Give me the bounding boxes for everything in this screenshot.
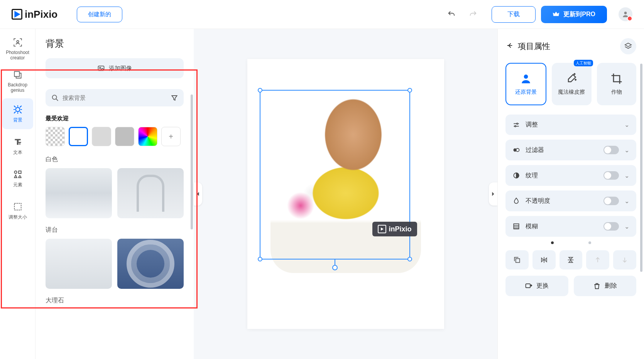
- search-background[interactable]: [46, 89, 184, 106]
- accordion-filter[interactable]: 过滤器 ⌄: [505, 140, 636, 160]
- accordion-texture[interactable]: 纹理 ⌄: [505, 165, 636, 186]
- swatch-white[interactable]: [69, 127, 88, 146]
- background-icon: [13, 104, 23, 115]
- user-icon: [622, 10, 629, 18]
- collapse-left-button[interactable]: [194, 182, 202, 206]
- svg-point-2: [17, 40, 19, 42]
- blur-toggle[interactable]: [603, 222, 619, 231]
- category-podium: 讲台: [46, 226, 184, 234]
- collapse-right-button[interactable]: [489, 182, 497, 206]
- bg-thumb-podium-2[interactable]: [117, 239, 184, 289]
- accordion-adjust[interactable]: 调整 ⌄: [505, 115, 636, 135]
- bg-thumb-podium-1[interactable]: [46, 239, 112, 289]
- svg-point-8: [100, 67, 101, 69]
- svg-rect-7: [98, 66, 104, 71]
- add-image-button[interactable]: 添加图像: [46, 58, 184, 78]
- handle-bottom-right[interactable]: [407, 257, 412, 261]
- category-white: 白色: [46, 155, 184, 163]
- swatch-colorpicker[interactable]: [138, 127, 157, 146]
- flip-vertical-button[interactable]: [559, 250, 583, 270]
- copy-icon: [513, 256, 521, 264]
- action-restore-background[interactable]: 还原背景: [505, 63, 546, 105]
- chevron-down-icon: ⌄: [624, 172, 629, 179]
- svg-point-11: [524, 74, 528, 79]
- handle-bottom-left[interactable]: [258, 257, 262, 261]
- app-name: inPixio: [25, 8, 57, 20]
- tool-photoshoot-creator[interactable]: Photoshoot creator: [2, 34, 33, 64]
- filter-toggle[interactable]: [603, 146, 619, 154]
- canvas-page[interactable]: inPixio: [247, 59, 444, 329]
- opacity-toggle[interactable]: [603, 197, 619, 205]
- svg-marker-10: [381, 228, 384, 231]
- tool-resize[interactable]: 调整大小: [2, 196, 33, 226]
- action-crop[interactable]: 作物: [597, 63, 636, 105]
- chevron-right-icon: [491, 191, 495, 197]
- svg-marker-0: [14, 11, 20, 18]
- logo-icon: [12, 9, 22, 20]
- bring-forward-button[interactable]: [586, 250, 609, 270]
- crown-icon: [553, 11, 559, 18]
- focus-person-icon: [13, 37, 23, 47]
- swatch-transparent[interactable]: [46, 127, 65, 146]
- handle-top-left[interactable]: [258, 88, 262, 93]
- sliders-icon: [512, 121, 520, 129]
- search-input[interactable]: [59, 93, 171, 103]
- layers-icon: [624, 42, 632, 51]
- swatch-gray[interactable]: [115, 127, 134, 146]
- panel-title: 背景: [46, 37, 184, 50]
- svg-rect-19: [526, 284, 531, 288]
- svg-point-12: [517, 123, 518, 124]
- chevron-down-icon: ⌄: [624, 147, 629, 154]
- arrow-up-icon: [594, 256, 601, 263]
- user-avatar[interactable]: [619, 7, 632, 21]
- arrow-left-icon: [505, 41, 514, 50]
- replace-button[interactable]: 更换: [505, 276, 568, 296]
- texture-toggle[interactable]: [603, 171, 619, 180]
- chevron-left-icon: [196, 191, 200, 197]
- undo-button[interactable]: [444, 7, 459, 22]
- bg-thumb-white-1[interactable]: [46, 168, 112, 218]
- panel-scrollbar[interactable]: [191, 94, 193, 229]
- download-button[interactable]: 下载: [492, 6, 536, 23]
- droplet-icon: [512, 197, 520, 205]
- props-scrollbar[interactable]: [640, 64, 642, 272]
- canvas-area[interactable]: inPixio: [194, 29, 497, 359]
- handle-rotate[interactable]: [332, 265, 338, 270]
- properties-panel: 项目属性 还原背景 人工智能 魔法橡皮擦 作物 调整 ⌄: [497, 29, 644, 359]
- tool-backdrop-genius[interactable]: Backdrop genius: [2, 66, 33, 97]
- bg-thumb-white-2[interactable]: [117, 168, 184, 218]
- app-logo: inPixio: [12, 8, 57, 20]
- category-marble: 大理石: [46, 297, 184, 305]
- filter-icon[interactable]: [171, 94, 178, 102]
- duplicate-button[interactable]: [505, 250, 529, 270]
- back-button[interactable]: [505, 41, 514, 51]
- properties-title: 项目属性: [518, 41, 550, 52]
- handle-top-right[interactable]: [407, 88, 412, 93]
- layers-button[interactable]: [620, 38, 636, 54]
- flip-v-icon: [567, 256, 575, 264]
- trash-icon: [593, 282, 601, 290]
- delete-button[interactable]: 删除: [574, 276, 637, 296]
- create-new-button[interactable]: 创建新的: [77, 7, 122, 22]
- svg-rect-17: [514, 224, 519, 229]
- chevron-down-icon: ⌄: [624, 197, 629, 205]
- redo-button[interactable]: [465, 7, 481, 22]
- tool-text[interactable]: 文本: [2, 131, 33, 162]
- accordion-blur[interactable]: 模糊 ⌄: [505, 216, 636, 237]
- tool-elements[interactable]: 元素: [2, 163, 33, 194]
- swatch-add[interactable]: +: [161, 127, 181, 146]
- upgrade-pro-button[interactable]: 更新到PRO: [541, 6, 607, 23]
- chevron-down-icon: ⌄: [624, 223, 629, 230]
- action-magic-eraser[interactable]: 人工智能 魔法橡皮擦: [552, 63, 591, 105]
- tool-background[interactable]: 背景: [2, 98, 33, 129]
- send-backward-button[interactable]: [613, 250, 636, 270]
- replace-icon: [525, 282, 532, 290]
- crop-icon: [610, 72, 623, 85]
- arrow-down-icon: [621, 256, 628, 263]
- contrast-icon: [512, 172, 520, 179]
- accordion-opacity[interactable]: 不透明度 ⌄: [505, 190, 636, 211]
- background-panel: 背景 添加图像 最受欢迎 + 白色: [35, 29, 194, 359]
- flip-horizontal-button[interactable]: [532, 250, 556, 270]
- swatch-lightgray[interactable]: [92, 127, 111, 146]
- eraser-sparkle-icon: [565, 72, 578, 85]
